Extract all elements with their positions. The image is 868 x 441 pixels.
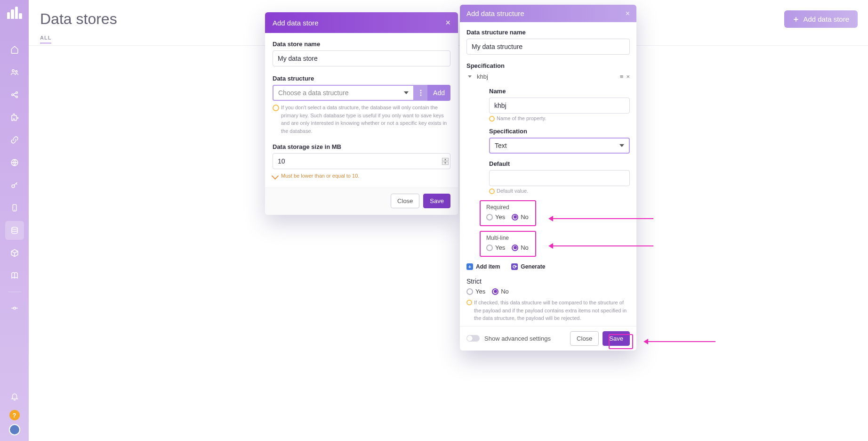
close-icon[interactable]: ×	[445, 18, 450, 27]
modal2-title: Add data structure	[466, 9, 524, 17]
svg-point-1	[15, 71, 17, 73]
annotation-arrow	[550, 218, 653, 219]
plus-icon: +	[466, 263, 473, 270]
required-label: Required	[486, 204, 530, 211]
modal-title: Add data store	[273, 19, 319, 27]
svg-point-0	[12, 70, 14, 72]
chevron-down-icon	[619, 144, 624, 147]
puzzle-icon[interactable]	[5, 108, 24, 127]
chevron-down-icon[interactable]	[466, 74, 473, 80]
key-icon[interactable]	[5, 176, 24, 195]
chevron-down-icon	[404, 91, 409, 94]
svg-point-12	[420, 95, 422, 96]
cube-icon[interactable]	[5, 244, 24, 262]
strict-no[interactable]: No	[492, 288, 509, 295]
prop-spec-label: Specification	[489, 128, 630, 135]
multiline-no[interactable]: No	[512, 244, 529, 251]
strict-yes[interactable]: Yes	[466, 288, 485, 295]
spec-item-header: khbj ≡ ×	[466, 72, 630, 84]
prop-spec-select[interactable]: Text	[489, 138, 630, 154]
prop-default-hint: Default value.	[489, 188, 630, 194]
structure-select[interactable]: Choose a data structure	[273, 85, 414, 101]
advanced-label: Show advanced settings	[484, 335, 551, 342]
struct-name-label: Data structure name	[466, 29, 630, 36]
advanced-toggle[interactable]	[466, 335, 480, 342]
reorder-icon[interactable]: ≡	[620, 73, 624, 80]
add-data-structure-modal: Add data structure × Data structure name…	[460, 5, 636, 351]
add-data-store-button[interactable]: Add data store	[784, 10, 858, 28]
generate-icon: ⟳	[511, 263, 518, 270]
multiline-label: Multi-line	[486, 235, 530, 241]
prop-name-label: Name	[489, 88, 630, 95]
sidebar: ?	[0, 0, 29, 441]
globe-icon[interactable]	[5, 153, 24, 172]
users-icon[interactable]	[5, 63, 24, 82]
save-button[interactable]: Save	[603, 331, 630, 346]
spec-item-title: khbj	[477, 73, 488, 80]
strict-hint: If checked, this data structure will be …	[466, 299, 630, 322]
structure-add-button[interactable]: Add	[427, 85, 450, 101]
svg-point-11	[420, 92, 422, 94]
add-item-button[interactable]: +Add item	[466, 263, 500, 270]
svg-point-8	[12, 227, 17, 229]
required-no[interactable]: No	[512, 213, 529, 220]
prop-default-input[interactable]	[489, 170, 630, 186]
store-name-input[interactable]	[273, 50, 450, 66]
multiline-yes[interactable]: Yes	[486, 244, 505, 251]
struct-name-input[interactable]	[466, 39, 630, 55]
prop-name-input[interactable]	[489, 98, 630, 114]
size-label: Data storage size in MB	[273, 143, 450, 150]
filter-tab-all[interactable]: ALL	[40, 35, 51, 44]
svg-point-9	[13, 307, 16, 310]
multiline-group: Multi-line Yes No	[480, 231, 536, 257]
structure-label: Data structure	[273, 75, 450, 82]
close-button[interactable]: Close	[391, 194, 419, 208]
spec-section-label: Specification	[466, 62, 630, 69]
home-icon[interactable]	[5, 40, 24, 59]
make-logo[interactable]	[7, 7, 22, 19]
save-button[interactable]: Save	[423, 194, 450, 208]
modal2-header: Add data structure ×	[460, 5, 636, 22]
structure-menu-button[interactable]	[414, 85, 427, 101]
size-hint: Must be lower than or equal to 10.	[273, 172, 450, 180]
book-icon[interactable]	[5, 266, 24, 285]
close-button[interactable]: Close	[570, 331, 599, 346]
annotation-arrow	[550, 245, 653, 246]
link-icon[interactable]	[5, 131, 24, 149]
required-group: Required Yes No	[480, 200, 536, 226]
prop-spec-value: Text	[495, 142, 507, 149]
page-title: Data stores	[40, 10, 117, 28]
annotation-arrow	[645, 341, 715, 342]
modal-header: Add data store ×	[265, 12, 458, 33]
generate-button[interactable]: ⟳Generate	[511, 263, 545, 270]
structure-hint: If you don't select a data structure, th…	[273, 104, 450, 135]
prop-name-hint: Name of the property.	[489, 115, 630, 121]
share-icon[interactable]	[5, 85, 24, 104]
svg-point-6	[12, 185, 15, 188]
size-input[interactable]	[273, 153, 450, 169]
add-data-store-modal: Add data store × Data store name Data st…	[265, 12, 458, 215]
commit-icon[interactable]	[5, 299, 24, 318]
remove-icon[interactable]: ×	[626, 73, 630, 80]
store-name-label: Data store name	[273, 41, 450, 48]
required-yes[interactable]: Yes	[486, 213, 505, 220]
database-icon[interactable]	[5, 221, 24, 240]
bell-icon[interactable]	[5, 387, 24, 406]
strict-label: Strict	[466, 278, 630, 285]
help-icon[interactable]: ?	[9, 410, 20, 420]
avatar[interactable]	[9, 424, 20, 435]
add-data-store-label: Add data store	[803, 15, 849, 23]
mobile-icon[interactable]	[5, 198, 24, 217]
number-stepper[interactable]: ▲▼	[442, 155, 449, 167]
svg-point-10	[420, 90, 422, 91]
structure-placeholder: Choose a data structure	[278, 89, 348, 97]
prop-default-label: Default	[489, 160, 630, 167]
close-icon[interactable]: ×	[626, 10, 630, 17]
